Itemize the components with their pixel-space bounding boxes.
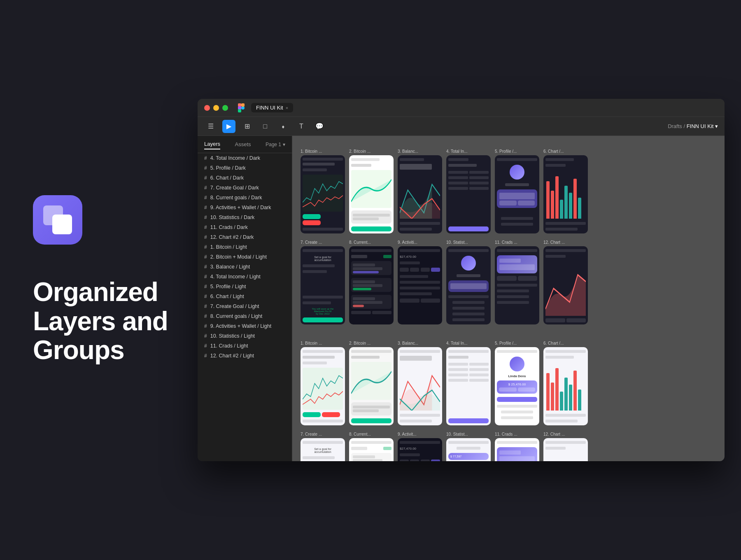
layer-item-0[interactable]: #4. Total Income / Dark	[198, 153, 292, 163]
frame-caption: 7. Create ...	[301, 240, 345, 245]
layer-frame-icon: #	[204, 303, 207, 309]
breadcrumb-separator: /	[683, 123, 686, 129]
svg-rect-3	[238, 109, 241, 112]
frame-unit-chart-light: 6. Chart /...	[543, 341, 588, 425]
breadcrumb-current[interactable]: FINN UI Kit ▾	[687, 123, 718, 129]
frame-caption: 8. Current...	[349, 240, 394, 245]
figma-window: FINN UI Kit × ☰ ▶ ⊞ □ ⬧ T 💬 Drafts / FIN…	[198, 99, 725, 461]
layer-name: 6. Chart / Dark	[210, 175, 244, 181]
layer-item-18[interactable]: #10. Statistics / Light	[198, 331, 292, 341]
frame-caption: 1. Bitcoin ...	[301, 149, 345, 154]
layer-frame-icon: #	[204, 215, 207, 220]
phone-chart-light	[543, 347, 588, 425]
close-button-icon[interactable]	[204, 105, 210, 111]
canvas-area[interactable]: 1. Bitcoin ...	[292, 136, 725, 461]
frame-unit-bitcoin-light: 1. Bitcoin ...	[301, 341, 345, 425]
main-content: Layers Assets Page 1 ▾ #4. Total Income …	[198, 136, 725, 461]
layer-item-20[interactable]: #12. Chart #2 / Light	[198, 351, 292, 361]
minimize-button-icon[interactable]	[213, 105, 219, 111]
layer-item-10[interactable]: #2. Bitcoin + Modal / Light	[198, 252, 292, 262]
layer-name: 2. Bitcoin + Modal / Light	[210, 254, 267, 260]
layer-item-9[interactable]: #1. Bitcoin / Light	[198, 242, 292, 252]
frame-unit-bitcoin2-light: 2. Bitcoin ...	[349, 341, 394, 425]
layer-item-5[interactable]: #9. Activities + Wallet / Dark	[198, 203, 292, 212]
tab-close-icon[interactable]: ×	[286, 105, 288, 110]
active-tab[interactable]: FINN UI Kit ×	[251, 103, 293, 112]
frame-unit-activities-light: 9. Activit... $27,470.00	[398, 432, 442, 461]
layer-item-7[interactable]: #11. Crads / Dark	[198, 222, 292, 232]
layer-name: 4. Total Income / Dark	[210, 155, 260, 161]
text-tool-button[interactable]: T	[295, 120, 308, 133]
layer-frame-icon: #	[204, 254, 207, 260]
frame-caption: 11. Crads ...	[495, 240, 539, 245]
menu-button[interactable]: ☰	[204, 120, 217, 133]
layers-tab[interactable]: Layers	[204, 139, 220, 149]
frame-caption: 6. Chart /...	[543, 149, 588, 154]
frame-caption: 12. Chart ...	[543, 432, 588, 436]
layer-name: 4. Total Income / Light	[210, 274, 261, 280]
layer-item-6[interactable]: #10. Statistics / Dark	[198, 212, 292, 222]
frame-caption: 3. Balanc...	[398, 341, 442, 345]
page-selector[interactable]: Page 1 ▾	[266, 142, 285, 147]
sidebar-tabs: Layers Assets Page 1 ▾	[198, 136, 292, 153]
frame-unit-income-dark: 4. Total In...	[446, 149, 491, 233]
layer-name: 11. Crads / Dark	[210, 224, 248, 230]
left-panel: OrganizedLayers andGroups	[0, 0, 198, 560]
frame-unit-bitcoin-dark: 1. Bitcoin ...	[301, 149, 345, 233]
layer-item-1[interactable]: #5. Profile / Dark	[198, 163, 292, 173]
comment-tool-button[interactable]: 💬	[313, 120, 326, 133]
layer-frame-icon: #	[204, 224, 207, 230]
layer-item-12[interactable]: #4. Total Income / Light	[198, 272, 292, 282]
layer-item-17[interactable]: #9. Activities + Wallet / Light	[198, 321, 292, 331]
phone-chart2-light	[543, 438, 588, 461]
frame-tool-button[interactable]: ⊞	[240, 120, 254, 133]
layer-item-13[interactable]: #5. Profile / Light	[198, 282, 292, 292]
move-tool-button[interactable]: ▶	[222, 120, 235, 133]
page-wrapper: OrganizedLayers andGroups	[0, 0, 741, 560]
layer-item-19[interactable]: #11. Crads / Light	[198, 341, 292, 351]
layer-item-11[interactable]: #3. Balance / Light	[198, 262, 292, 272]
layer-name: 7. Create Goal / Dark	[210, 185, 259, 191]
layer-frame-icon: #	[204, 343, 207, 349]
frame-unit-bitcoin2-dark: 2. Bitcoin ...	[349, 149, 394, 233]
phone-balance-light	[398, 347, 442, 425]
assets-tab[interactable]: Assets	[235, 140, 251, 149]
layer-item-14[interactable]: #6. Chart / Light	[198, 292, 292, 301]
layer-item-4[interactable]: #8. Current goals / Dark	[198, 193, 292, 203]
frame-caption: 1. Bitcoin ...	[301, 341, 345, 345]
maximize-button-icon[interactable]	[222, 105, 228, 111]
layer-name: 5. Profile / Dark	[210, 165, 246, 171]
tab-label: FINN UI Kit	[256, 105, 283, 111]
frame-caption: 6. Chart /...	[543, 341, 588, 345]
frame-caption: 4. Total In...	[446, 341, 491, 345]
frame-unit-profile-dark: 5. Profile /...	[495, 149, 539, 233]
phone-profile-dark	[495, 155, 539, 233]
phone-bitcoin2-light	[349, 347, 394, 425]
phone-activities-light: $27,470.00	[398, 438, 442, 461]
toolbar: ☰ ▶ ⊞ □ ⬧ T 💬 Drafts / FINN UI Kit ▾	[198, 117, 725, 136]
phone-profile-light: Linda Dens $ 25,476.00	[495, 347, 539, 425]
frame-caption: 12. Chart ...	[543, 240, 588, 245]
frame-caption: 8. Current...	[349, 432, 394, 436]
layer-name: 9. Activities + Wallet / Dark	[210, 205, 271, 210]
light-frames-row-1: 1. Bitcoin ...	[301, 341, 716, 425]
pen-tool-button[interactable]: ⬧	[277, 120, 290, 133]
phone-chart-dark	[543, 155, 588, 233]
phone-create-dark: Set a goal foraccumulation You will save…	[301, 246, 345, 324]
layer-frame-icon: #	[204, 244, 207, 250]
layer-item-3[interactable]: #7. Create Goal / Dark	[198, 183, 292, 193]
phone-activities-dark: $27,470.00	[398, 246, 442, 324]
layer-item-8[interactable]: #12. Chart #2 / Dark	[198, 232, 292, 242]
dark-frames-row-2: 7. Create ... Set a goal foraccumulation	[301, 240, 716, 324]
sidebar: Layers Assets Page 1 ▾ #4. Total Income …	[198, 136, 292, 461]
layer-item-15[interactable]: #7. Create Goal / Light	[198, 301, 292, 311]
frame-unit-crads-dark: 11. Crads ...	[495, 240, 539, 324]
dark-frames-block-1: 1. Bitcoin ...	[301, 144, 716, 324]
layer-item-16[interactable]: #8. Current goals / Light	[198, 311, 292, 321]
frame-unit-balance-dark: 3. Balanc...	[398, 149, 442, 233]
shape-tool-button[interactable]: □	[259, 120, 272, 133]
layer-frame-icon: #	[204, 284, 207, 289]
layer-item-2[interactable]: #6. Chart / Dark	[198, 173, 292, 183]
layer-frame-icon: #	[204, 165, 207, 171]
frame-caption: 10. Statist...	[446, 432, 491, 436]
